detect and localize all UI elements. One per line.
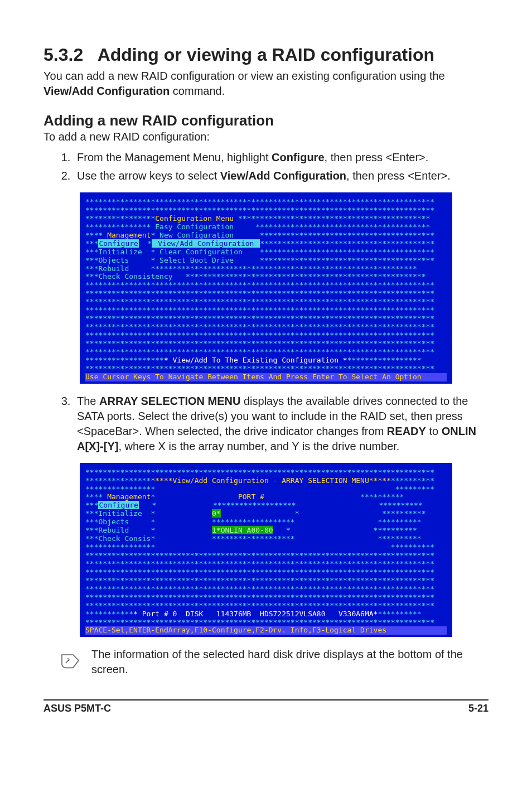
- bios1-side-checkcons: Check Consistency: [98, 272, 172, 281]
- step-1-bold: Configure: [272, 151, 324, 163]
- step3-t4: , where X is the array number, and Y is …: [118, 440, 399, 452]
- section-intro: You can add a new RAID configuration or …: [43, 69, 489, 99]
- bios1-menu-title: Configuration Menu: [155, 214, 234, 223]
- step-2-pre: Use the arrow keys to select: [77, 170, 220, 182]
- bios2-header: *****View/Add Configuration - ARRAY SELE…: [151, 476, 390, 485]
- bios2-side-management: Management: [107, 492, 151, 501]
- bios1-side-objects: Objects: [98, 256, 129, 264]
- bios1-side-configure: Configure: [98, 239, 138, 248]
- bios1-item-clear: Clear Configuration: [159, 248, 243, 256]
- bios-screenshot-2: ****************************************…: [80, 463, 452, 637]
- step3-t1: The: [77, 395, 99, 407]
- bios2-side-rebuild: Rebuild: [98, 526, 129, 534]
- intro-text-1: You can add a new RAID configuration or …: [43, 70, 445, 82]
- bios1-side-rebuild: Rebuild: [98, 264, 129, 273]
- section-number: 5.3.2: [43, 45, 83, 65]
- step3-t3: to: [426, 425, 442, 437]
- step-1-pre: From the Management Menu, highlight: [77, 151, 272, 163]
- note-icon: [59, 649, 81, 671]
- bios1-side-initialize: Initialize: [98, 248, 142, 256]
- intro-command: View/Add Configuration: [43, 85, 170, 97]
- bios2-side-configure: Configure: [98, 501, 138, 509]
- bios2-body: ****************************************…: [85, 468, 447, 635]
- bios1-item-easy: Easy Configuration: [155, 223, 234, 231]
- bios2-port-header: PORT #: [238, 492, 264, 501]
- bios-screenshot-1: ****************************************…: [80, 192, 452, 384]
- bios2-row-1: 1*ONLIN A00-00: [212, 526, 273, 534]
- bios2-side-objects: Objects: [98, 518, 129, 526]
- bios1-body: ****************************************…: [85, 198, 447, 381]
- step3-b1: ARRAY SELECTION MENU: [99, 395, 240, 407]
- footer-right: 5-21: [468, 703, 489, 714]
- bios2-row-0: 0*: [212, 509, 221, 518]
- note-row: The information of the selected hard dis…: [59, 647, 489, 677]
- bios1-item-new: New Configuration: [159, 231, 234, 239]
- bios2-side-initialize: Initialize: [98, 509, 142, 518]
- step3-b2: READY: [387, 425, 426, 437]
- footer-left: ASUS P5MT-C: [43, 703, 111, 714]
- section-title: 5.3.2 Adding or viewing a RAID configura…: [43, 45, 489, 65]
- steps-list-2: The ARRAY SELECTION MENU displays the av…: [43, 394, 489, 454]
- step-1-post: , then press <Enter>.: [325, 151, 429, 163]
- note-text: The information of the selected hard dis…: [91, 647, 489, 677]
- bios1-item-selectboot: Select Boot Drive: [159, 256, 234, 264]
- steps-list: From the Management Menu, highlight Conf…: [43, 150, 489, 183]
- bios2-side-checkcons: Check Consis: [98, 534, 151, 543]
- intro-text-2: command.: [170, 85, 225, 97]
- step-2: Use the arrow keys to select View/Add Co…: [74, 168, 489, 183]
- step-2-post: , then press <Enter>.: [346, 170, 451, 182]
- step-1: From the Management Menu, highlight Conf…: [74, 150, 489, 165]
- section-heading: Adding or viewing a RAID configuration: [98, 45, 434, 65]
- step-3: The ARRAY SELECTION MENU displays the av…: [74, 394, 489, 454]
- bios1-side-management: Management: [107, 231, 151, 239]
- bios1-help-line: Use Cursor Keys To Navigate Between Item…: [85, 373, 447, 381]
- subsection-title: Adding a new RAID configuration: [43, 112, 489, 129]
- page-footer: ASUS P5MT-C 5-21: [43, 699, 489, 714]
- step-2-bold: View/Add Configuration: [220, 170, 346, 182]
- bios1-prompt-line: * View/Add To The Existing Configuration…: [164, 356, 347, 364]
- subsection-intro: To add a new RAID configuration:: [43, 131, 489, 143]
- bios2-help-line: SPACE-Sel,ENTER-EndArray,F10-Configure,F…: [85, 626, 447, 635]
- bios2-footer-drive: * Port # 0 DISK 114376MB HDS722512VLSA80…: [133, 610, 378, 618]
- bios1-item-viewadd: View/Add Configuration: [157, 239, 254, 248]
